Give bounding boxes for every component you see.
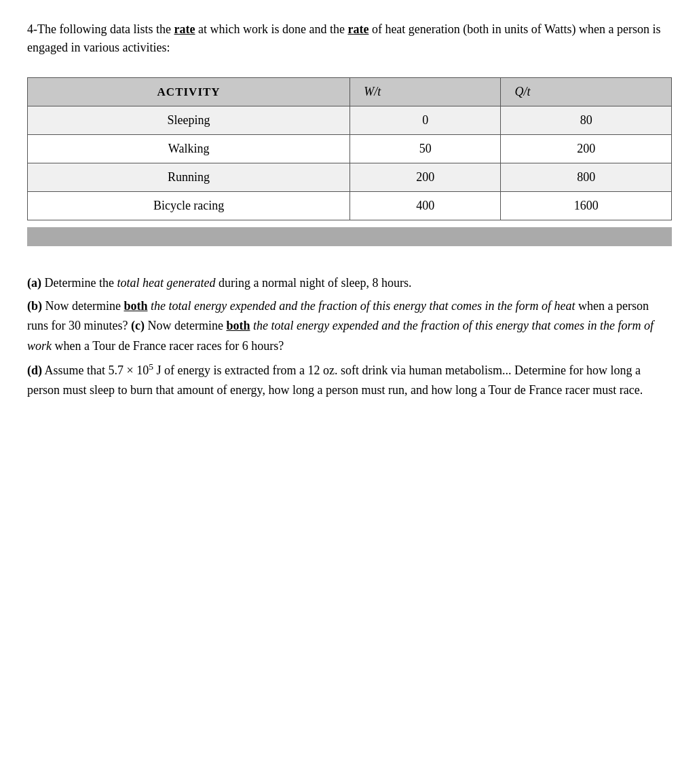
rate-word-2: rate bbox=[347, 22, 369, 36]
w-over-t-cell: 50 bbox=[350, 135, 501, 163]
header-row: ACTIVITY W/t Q/t bbox=[28, 78, 672, 106]
part-b-italic: the total energy expended and the fracti… bbox=[151, 299, 575, 313]
part-a-italic: total heat generated bbox=[117, 276, 215, 290]
gray-divider-bar bbox=[27, 227, 672, 246]
q-over-t-cell: 800 bbox=[501, 163, 672, 192]
activity-table: ACTIVITY W/t Q/t Sleeping 0 80 Walking 5… bbox=[27, 77, 672, 220]
q-over-t-cell: 80 bbox=[501, 106, 672, 135]
table-row: Sleeping 0 80 bbox=[28, 106, 672, 135]
col-header-w-over-t: W/t bbox=[350, 78, 501, 106]
col-header-q-over-t: Q/t bbox=[501, 78, 672, 106]
part-a-label: (a) bbox=[27, 276, 41, 290]
question-intro: The following data lists the rate at whi… bbox=[27, 22, 661, 54]
q-over-t-cell: 200 bbox=[501, 135, 672, 163]
q-over-t-cell: 1600 bbox=[501, 192, 672, 220]
activity-cell: Bicycle racing bbox=[28, 192, 350, 220]
col-header-activity: ACTIVITY bbox=[28, 78, 350, 106]
problem-parts: (a) Determine the total heat generated d… bbox=[27, 273, 672, 401]
part-d-text1: Assume that 5.7 × 105 J of energy is ext… bbox=[27, 364, 643, 397]
activity-cell: Running bbox=[28, 163, 350, 192]
data-table-container: ACTIVITY W/t Q/t Sleeping 0 80 Walking 5… bbox=[27, 77, 672, 220]
part-c-both: both bbox=[226, 319, 250, 332]
part-a-text2: during a normal night of sleep, 8 hours. bbox=[219, 276, 411, 290]
part-d-label: (d) bbox=[27, 364, 42, 377]
question-number: 4- bbox=[27, 22, 37, 36]
w-over-t-cell: 0 bbox=[350, 106, 501, 135]
w-over-t-cell: 200 bbox=[350, 163, 501, 192]
activity-cell: Sleeping bbox=[28, 106, 350, 135]
w-over-t-cell: 400 bbox=[350, 192, 501, 220]
rate-word-1: rate bbox=[174, 22, 195, 36]
part-c-text2: when a Tour de France racer races for 6 … bbox=[55, 339, 284, 353]
table-header: ACTIVITY W/t Q/t bbox=[28, 78, 672, 106]
part-c-text1: Now determine bbox=[147, 319, 226, 332]
table-body: Sleeping 0 80 Walking 50 200 Running 200… bbox=[28, 106, 672, 220]
part-a: (a) Determine the total heat generated d… bbox=[27, 273, 672, 294]
part-b-label: (b) bbox=[27, 299, 42, 313]
part-d: (d) Assume that 5.7 × 105 J of energy is… bbox=[27, 359, 672, 401]
part-a-text1: Determine the bbox=[45, 276, 117, 290]
table-row: Walking 50 200 bbox=[28, 135, 672, 163]
question-text: 4-The following data lists the rate at w… bbox=[27, 20, 672, 57]
question-container: 4-The following data lists the rate at w… bbox=[27, 20, 672, 401]
part-b: (b) Now determine both the total energy … bbox=[27, 296, 672, 357]
part-b-text1: Now determine bbox=[45, 299, 124, 313]
exponent: 5 bbox=[149, 361, 153, 372]
part-b-both: both bbox=[124, 299, 147, 313]
table-row: Running 200 800 bbox=[28, 163, 672, 192]
part-c-label: (c) bbox=[131, 319, 145, 332]
activity-cell: Walking bbox=[28, 135, 350, 163]
table-row: Bicycle racing 400 1600 bbox=[28, 192, 672, 220]
